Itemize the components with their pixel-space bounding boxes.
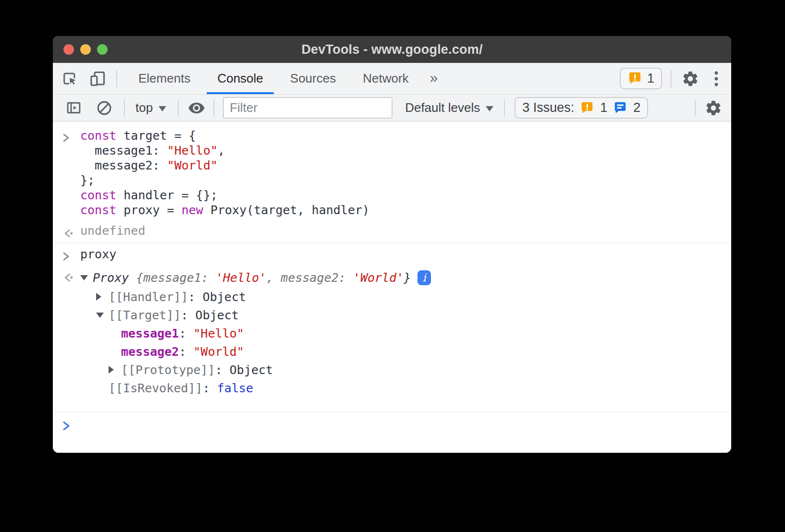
gutter [53,351,80,353]
code-token: : [179,345,193,359]
result-value: undefined [80,223,145,240]
toolbar-divider [124,99,125,117]
code-token: {message1: [136,271,216,285]
toolbar-divider [116,70,117,87]
code-token: : [203,381,217,395]
object-preview-row[interactable]: Proxy {message1: 'Hello', message2: 'Wor… [53,267,731,288]
console-row: message1: "Hello", [53,143,731,158]
gutter [53,387,80,389]
console-prompt-icon [53,418,80,432]
settings-gear-icon[interactable] [680,69,700,89]
gutter [53,369,80,371]
code-token: Proxy [93,271,136,285]
code-token: false [217,381,253,395]
expand-down-icon[interactable] [80,275,93,280]
console-input-message: const target = { message1: "Hello", mess… [53,121,731,220]
code-token: : Object [215,363,273,377]
devtools-window: DevTools - www.google.com/ ElementsConso… [53,36,731,453]
code-token: , message2: [266,271,353,285]
console-row: const handler = {}; [53,188,731,203]
tree-row-text: [[Handler]]: Object [109,290,246,304]
message-issues-count: 2 [633,100,640,115]
console-input-text: proxy [80,247,116,262]
inspect-element-icon[interactable] [60,69,80,89]
code-token: undefined [80,224,145,238]
tree-row-text: [[Target]]: Object [109,308,239,322]
tab-network[interactable]: Network [349,63,422,94]
kebab-menu-icon[interactable] [709,69,724,89]
gutter [53,143,80,158]
object-tree-row[interactable]: [[Target]]: Object [53,306,731,324]
live-expression-eye-icon[interactable] [186,98,207,118]
console-sidebar-icon[interactable] [63,98,84,118]
chevron-down-icon [159,106,166,111]
console-row: undefined [53,223,731,240]
object-tree-row[interactable]: message2: "World" [53,342,731,361]
tree-row-text: message1: "Hello" [121,326,244,340]
gutter [53,332,80,335]
code-token: "Hello" [167,144,218,157]
console-row: const proxy = new Proxy(target, handler) [53,203,731,218]
more-tabs-icon[interactable]: » [422,70,446,86]
code-token: 'Hello' [216,271,266,285]
console-settings-gear-icon[interactable] [702,98,724,118]
tab-console[interactable]: Console [204,63,276,94]
object-tree-row[interactable]: message1: "Hello" [53,324,731,342]
expand-down-icon[interactable] [96,313,109,318]
code-token: new [182,203,203,217]
tab-elements[interactable]: Elements [125,63,204,94]
context-selector[interactable]: top [133,100,169,115]
code-token: : [179,326,193,340]
code-token: : Object [181,308,239,322]
console-input-text: const proxy = new Proxy(target, handler) [80,203,369,218]
issues-summary-button[interactable]: 3 Issues: 1 2 [515,97,648,119]
clear-console-icon[interactable] [94,98,114,118]
code-token: proxy [80,247,116,261]
object-tree: [[Handler]]: Object[[Target]]: Objectmes… [53,288,731,397]
code-token: const [80,188,116,202]
device-toolbar-icon[interactable] [87,69,108,89]
code-token: message1: [80,144,167,157]
code-token: }; [80,173,95,187]
log-levels-selector[interactable]: Default levels [402,100,496,115]
console-input-text: const handler = {}; [80,188,218,203]
gutter [53,296,80,298]
filter-input[interactable] [223,97,392,119]
tab-sources[interactable]: Sources [277,63,349,94]
code-token: message2 [121,345,179,359]
console-input-message: proxy [53,243,731,265]
console-input-text: }; [80,173,95,188]
code-token: "World" [167,158,218,172]
issues-counter-button[interactable]: 1 [620,68,662,89]
console-row: const target = { [53,128,731,143]
object-tree-row[interactable]: [[Handler]]: Object [53,288,731,306]
toolbar-divider [213,99,214,117]
console-row[interactable]: proxy [53,247,731,262]
console-input-text: message1: "Hello", [80,143,225,158]
code-token: "Hello" [194,326,244,340]
main-toolbar: ElementsConsoleSourcesNetwork » 1 [53,63,731,95]
code-token: "World" [194,345,244,359]
object-tree-row[interactable]: [[IsRevoked]]: false [53,379,731,397]
console-panel: const target = { message1: "Hello", mess… [53,121,731,453]
chevron-down-icon [486,106,493,111]
code-token: : Object [188,290,246,304]
info-icon[interactable]: i [417,270,431,285]
issues-count: 1 [647,71,654,86]
code-token: const [80,203,116,217]
gutter [53,203,80,218]
console-row: }; [53,173,731,188]
expand-right-icon[interactable] [96,293,109,301]
context-selector-label: top [135,100,153,115]
warning-issues-count: 1 [600,100,607,115]
gutter [53,188,80,203]
code-token: message2: [80,158,167,172]
console-object-message: Proxy {message1: 'Hello', message2: 'Wor… [53,265,731,411]
expand-right-icon[interactable] [109,366,121,374]
console-prompt-row[interactable] [53,412,731,432]
issues-summary-label: 3 Issues: [522,100,574,115]
object-tree-row[interactable]: [[Prototype]]: Object [53,361,731,379]
code-token: const [80,129,116,143]
issue-warning-icon [580,101,594,115]
log-levels-label: Default levels [405,100,480,115]
